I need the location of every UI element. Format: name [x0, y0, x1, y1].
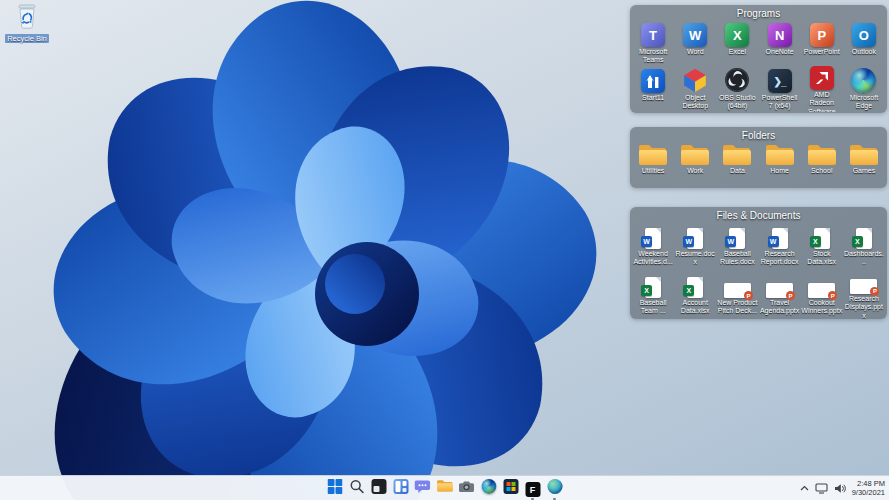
running-indicator — [553, 498, 556, 500]
fence-grid-programs: TMicrosoft TeamsWWordXExcelNOneNotePPowe… — [630, 19, 887, 113]
desktop-icon-data[interactable]: Data — [716, 142, 758, 185]
desktop-icon-word[interactable]: WWord — [674, 20, 716, 66]
tray-chevron-up-icon[interactable] — [800, 485, 809, 491]
fence-grid-folders: UtilitiesWorkDataHomeSchoolGames — [630, 141, 887, 186]
taskbar-button-widgets[interactable] — [392, 480, 409, 497]
icon-label: OBS Studio (64bit) — [717, 94, 758, 111]
file-explorer-icon — [436, 479, 453, 497]
fence-group-files-documents[interactable]: Files & Documents WWeekend Activities.d.… — [630, 207, 887, 319]
word-doc-icon: W — [645, 222, 661, 249]
desktop-icon-work[interactable]: Work — [674, 142, 716, 185]
desktop-icon-weekend-activities-d[interactable]: WWeekend Activities.d... — [632, 222, 674, 271]
amd-radeon-icon — [810, 66, 834, 90]
store-icon — [503, 479, 518, 498]
desktop-icon-dashboards[interactable]: XDashboards... — [843, 222, 885, 271]
recycle-bin-label: Recycle Bin — [5, 34, 49, 43]
fence-grid-files-documents: WWeekend Activities.d...WResume.docxWBas… — [630, 221, 887, 321]
taskbar-button-chat[interactable] — [414, 480, 431, 497]
camera-icon — [459, 479, 475, 497]
icon-label: Travel Agenda.pptx — [759, 299, 800, 316]
onenote-icon: N — [768, 20, 792, 47]
clock-time: 2:48 PM — [852, 479, 885, 488]
globe-icon — [547, 479, 562, 498]
clock-date: 9/30/2021 — [852, 488, 885, 497]
icon-label: Account Data.xlsx — [675, 299, 716, 316]
desktop-icon-games[interactable]: Games — [843, 142, 885, 185]
taskbar-button-search[interactable] — [348, 480, 365, 497]
desktop-icon-outlook[interactable]: OOutlook — [843, 20, 885, 66]
taskbar-button-globe-app[interactable] — [546, 480, 563, 497]
taskbar-button-edge-browser[interactable] — [480, 480, 497, 497]
desktop-icon-excel[interactable]: XExcel — [716, 20, 758, 66]
taskbar-button-camera[interactable] — [458, 480, 475, 497]
desktop-icon-amd-radeon-software[interactable]: AMD Radeon Software — [801, 66, 843, 112]
desktop-icon-powershell-7-x64[interactable]: ❯_PowerShell 7 (x64) — [759, 66, 801, 112]
icon-label: PowerPoint — [804, 48, 840, 56]
desktop-icon-account-data-xlsx[interactable]: XAccount Data.xlsx — [674, 271, 716, 320]
icon-label: Research Displays.pptx — [843, 295, 884, 320]
folder-icon — [722, 142, 752, 166]
word-doc-icon: W — [687, 222, 703, 249]
icon-label: PowerShell 7 (x64) — [759, 94, 800, 111]
icon-label: Baseball Rules.docx — [717, 250, 758, 267]
desktop-icon-school[interactable]: School — [801, 142, 843, 185]
start11-icon — [641, 66, 665, 93]
icon-label: Resume.docx — [675, 250, 716, 267]
icon-label: Baseball Team ... — [633, 299, 674, 316]
search-icon — [349, 479, 364, 498]
taskbar-button-start[interactable] — [326, 480, 343, 497]
ppt-doc-icon: P — [724, 271, 751, 298]
taskbar-button-microsoft-store[interactable] — [502, 480, 519, 497]
desktop-icon-new-product-pitch-deck[interactable]: PNew Product Pitch Deck... — [716, 271, 758, 320]
desktop-icon-research-report-docx[interactable]: WResearch Report.docx — [759, 222, 801, 271]
icon-label: Work — [687, 167, 703, 175]
ppt-doc-icon: P — [766, 271, 793, 298]
icon-label: Excel — [729, 48, 746, 56]
desktop-icon-travel-agenda-pptx[interactable]: PTravel Agenda.pptx — [759, 271, 801, 320]
recycle-bin[interactable]: Recycle Bin — [4, 3, 50, 43]
taskbar-button-file-explorer[interactable] — [436, 480, 453, 497]
desktop-icon-home[interactable]: Home — [759, 142, 801, 185]
dark-app-icon — [371, 479, 386, 498]
obs-studio-icon — [724, 66, 750, 93]
fence-group-programs[interactable]: Programs TMicrosoft TeamsWWordXExcelNOne… — [630, 5, 887, 113]
desktop-icon-onenote[interactable]: NOneNote — [759, 20, 801, 66]
desktop-icon-baseball-team[interactable]: XBaseball Team ... — [632, 271, 674, 320]
icon-label: Word — [687, 48, 704, 56]
desktop-icon-utilities[interactable]: Utilities — [632, 142, 674, 185]
icon-label: New Product Pitch Deck... — [717, 299, 758, 316]
desktop-icon-resume-docx[interactable]: WResume.docx — [674, 222, 716, 271]
ppt-doc-icon: P — [808, 271, 835, 298]
desktop-icon-object-desktop[interactable]: Object Desktop — [674, 66, 716, 112]
fence-title-files-documents: Files & Documents — [630, 207, 887, 221]
volume-icon[interactable] — [834, 483, 846, 494]
desktop-icon-microsoft-edge[interactable]: Microsoft Edge — [843, 66, 885, 112]
desktop-icon-obs-studio-64bit[interactable]: OBS Studio (64bit) — [716, 66, 758, 112]
icon-label: Start11 — [642, 94, 664, 102]
fence-group-folders[interactable]: Folders UtilitiesWorkDataHomeSchoolGames — [630, 127, 887, 188]
icon-label: Home — [770, 167, 789, 175]
taskbar-button-fences[interactable]: F — [524, 480, 541, 497]
folder-icon — [638, 142, 668, 166]
icon-label: Research Report.docx — [759, 250, 800, 267]
desktop-icon-stock-data-xlsx[interactable]: XStock Data.xlsx — [801, 222, 843, 271]
excel-icon: X — [725, 20, 749, 47]
desktop-icon-research-displays-pptx[interactable]: PResearch Displays.pptx — [843, 271, 885, 320]
taskbar-button-stardock-app[interactable] — [370, 480, 387, 497]
fence-title-folders: Folders — [630, 127, 887, 141]
desktop-icon-start11[interactable]: Start11 — [632, 66, 674, 112]
desktop-icon-baseball-rules-docx[interactable]: WBaseball Rules.docx — [716, 222, 758, 271]
excel-doc-icon: X — [687, 271, 703, 298]
desktop-icon-microsoft-teams[interactable]: TMicrosoft Teams — [632, 20, 674, 66]
taskbar: F 2:48 PM 9/30/2021 — [0, 475, 889, 500]
widgets-icon — [393, 479, 408, 498]
desktop-icon-cookout-winners-pptx[interactable]: PCookout Winners.pptx — [801, 271, 843, 320]
folder-icon — [849, 142, 879, 166]
icon-label: Microsoft Teams — [633, 48, 674, 65]
desktop-icon-powerpoint[interactable]: PPowerPoint — [801, 20, 843, 66]
icon-label: Cookout Winners.pptx — [801, 299, 842, 316]
network-icon[interactable] — [815, 483, 828, 494]
icon-label: Weekend Activities.d... — [633, 250, 674, 267]
clock[interactable]: 2:48 PM 9/30/2021 — [852, 479, 885, 498]
desktop: Recycle Bin Programs TMicrosoft TeamsWWo… — [0, 0, 889, 500]
